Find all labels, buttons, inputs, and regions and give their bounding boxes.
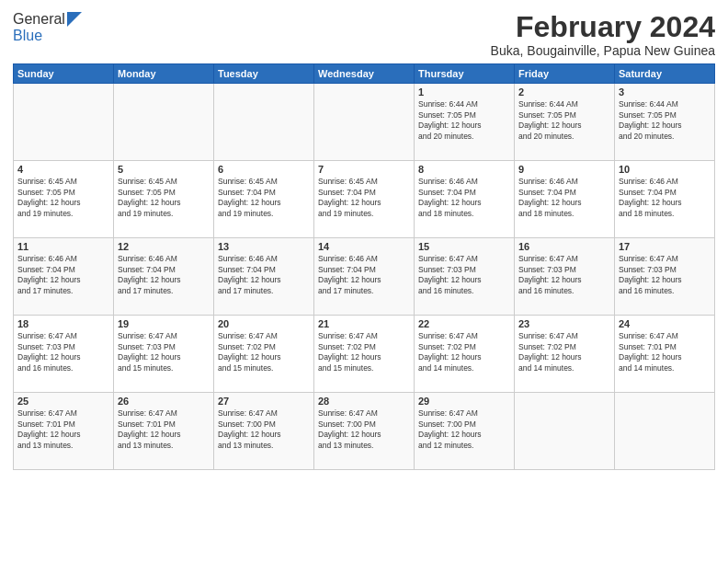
calendar-cell: 5Sunrise: 6:45 AM Sunset: 7:05 PM Daylig… <box>114 161 214 238</box>
cell-info: Sunrise: 6:47 AM Sunset: 7:03 PM Dayligh… <box>418 254 510 296</box>
calendar-cell: 6Sunrise: 6:45 AM Sunset: 7:04 PM Daylig… <box>214 161 314 238</box>
day-number: 24 <box>619 318 711 329</box>
calendar-cell: 19Sunrise: 6:47 AM Sunset: 7:03 PM Dayli… <box>114 316 214 393</box>
calendar-cell: 29Sunrise: 6:47 AM Sunset: 7:00 PM Dayli… <box>415 393 515 470</box>
day-number: 13 <box>218 241 310 252</box>
cell-info: Sunrise: 6:45 AM Sunset: 7:04 PM Dayligh… <box>318 177 410 219</box>
day-number: 20 <box>218 318 310 329</box>
calendar-cell: 13Sunrise: 6:46 AM Sunset: 7:04 PM Dayli… <box>214 238 314 316</box>
calendar-cell: 12Sunrise: 6:46 AM Sunset: 7:04 PM Dayli… <box>114 238 214 316</box>
day-number: 4 <box>17 164 109 175</box>
calendar-header: Sunday Monday Tuesday Wednesday Thursday… <box>14 64 715 84</box>
calendar-cell: 25Sunrise: 6:47 AM Sunset: 7:01 PM Dayli… <box>14 393 114 470</box>
calendar-body: 1Sunrise: 6:44 AM Sunset: 7:05 PM Daylig… <box>14 84 715 470</box>
header-thursday: Thursday <box>415 64 515 84</box>
day-number: 18 <box>17 318 109 329</box>
cell-info: Sunrise: 6:47 AM Sunset: 7:03 PM Dayligh… <box>118 331 210 373</box>
calendar-week-row: 11Sunrise: 6:46 AM Sunset: 7:04 PM Dayli… <box>14 238 715 316</box>
calendar-cell: 23Sunrise: 6:47 AM Sunset: 7:02 PM Dayli… <box>515 316 615 393</box>
day-number: 10 <box>619 164 711 175</box>
month-title: February 2024 <box>491 11 715 43</box>
calendar-table: Sunday Monday Tuesday Wednesday Thursday… <box>13 63 715 470</box>
calendar-cell: 15Sunrise: 6:47 AM Sunset: 7:03 PM Dayli… <box>415 238 515 316</box>
calendar-cell: 9Sunrise: 6:46 AM Sunset: 7:04 PM Daylig… <box>515 161 615 238</box>
cell-info: Sunrise: 6:47 AM Sunset: 7:00 PM Dayligh… <box>418 408 510 451</box>
day-number: 6 <box>218 164 310 175</box>
cell-info: Sunrise: 6:45 AM Sunset: 7:05 PM Dayligh… <box>17 177 109 219</box>
cell-info: Sunrise: 6:46 AM Sunset: 7:04 PM Dayligh… <box>118 254 210 296</box>
header-saturday: Saturday <box>615 64 715 84</box>
header: General Blue February 2024 Buka, Bougain… <box>13 11 715 58</box>
logo-general-text: General <box>13 11 65 28</box>
day-number: 25 <box>17 396 109 407</box>
day-number: 26 <box>118 396 210 407</box>
cell-info: Sunrise: 6:47 AM Sunset: 7:03 PM Dayligh… <box>518 254 610 296</box>
calendar-cell: 2Sunrise: 6:44 AM Sunset: 7:05 PM Daylig… <box>515 84 615 161</box>
calendar-week-row: 18Sunrise: 6:47 AM Sunset: 7:03 PM Dayli… <box>14 316 715 393</box>
page: General Blue February 2024 Buka, Bougain… <box>0 0 728 563</box>
calendar-cell <box>214 84 314 161</box>
calendar-cell: 22Sunrise: 6:47 AM Sunset: 7:02 PM Dayli… <box>415 316 515 393</box>
cell-info: Sunrise: 6:47 AM Sunset: 7:01 PM Dayligh… <box>118 408 210 451</box>
day-number: 2 <box>518 86 610 98</box>
header-wednesday: Wednesday <box>314 64 415 84</box>
cell-info: Sunrise: 6:44 AM Sunset: 7:05 PM Dayligh… <box>619 99 711 142</box>
calendar-cell: 10Sunrise: 6:46 AM Sunset: 7:04 PM Dayli… <box>615 161 715 238</box>
calendar-cell <box>114 84 214 161</box>
calendar-week-row: 4Sunrise: 6:45 AM Sunset: 7:05 PM Daylig… <box>14 161 715 238</box>
day-number: 7 <box>318 164 410 175</box>
cell-info: Sunrise: 6:46 AM Sunset: 7:04 PM Dayligh… <box>218 254 310 296</box>
cell-info: Sunrise: 6:47 AM Sunset: 7:03 PM Dayligh… <box>17 331 109 373</box>
day-number: 28 <box>318 396 410 407</box>
cell-info: Sunrise: 6:46 AM Sunset: 7:04 PM Dayligh… <box>418 177 510 219</box>
calendar-cell: 28Sunrise: 6:47 AM Sunset: 7:00 PM Dayli… <box>314 393 415 470</box>
cell-info: Sunrise: 6:44 AM Sunset: 7:05 PM Dayligh… <box>418 99 510 142</box>
calendar-week-row: 25Sunrise: 6:47 AM Sunset: 7:01 PM Dayli… <box>14 393 715 470</box>
cell-info: Sunrise: 6:47 AM Sunset: 7:01 PM Dayligh… <box>17 408 109 451</box>
day-number: 11 <box>17 241 109 252</box>
cell-info: Sunrise: 6:46 AM Sunset: 7:04 PM Dayligh… <box>318 254 410 296</box>
calendar-cell <box>615 393 715 470</box>
calendar-cell: 11Sunrise: 6:46 AM Sunset: 7:04 PM Dayli… <box>14 238 114 316</box>
cell-info: Sunrise: 6:47 AM Sunset: 7:02 PM Dayligh… <box>218 331 310 373</box>
calendar-cell: 8Sunrise: 6:46 AM Sunset: 7:04 PM Daylig… <box>415 161 515 238</box>
cell-info: Sunrise: 6:47 AM Sunset: 7:00 PM Dayligh… <box>218 408 310 451</box>
day-number: 1 <box>418 86 510 98</box>
calendar-cell: 4Sunrise: 6:45 AM Sunset: 7:05 PM Daylig… <box>14 161 114 238</box>
cell-info: Sunrise: 6:47 AM Sunset: 7:03 PM Dayligh… <box>619 254 711 296</box>
calendar-cell: 24Sunrise: 6:47 AM Sunset: 7:01 PM Dayli… <box>615 316 715 393</box>
day-number: 12 <box>118 241 210 252</box>
calendar-cell: 18Sunrise: 6:47 AM Sunset: 7:03 PM Dayli… <box>14 316 114 393</box>
location-title: Buka, Bougainville, Papua New Guinea <box>491 43 715 58</box>
header-friday: Friday <box>515 64 615 84</box>
svg-marker-0 <box>67 12 82 27</box>
cell-info: Sunrise: 6:44 AM Sunset: 7:05 PM Dayligh… <box>518 99 610 142</box>
calendar-cell: 14Sunrise: 6:46 AM Sunset: 7:04 PM Dayli… <box>314 238 415 316</box>
day-number: 19 <box>118 318 210 329</box>
cell-info: Sunrise: 6:46 AM Sunset: 7:04 PM Dayligh… <box>17 254 109 296</box>
cell-info: Sunrise: 6:47 AM Sunset: 7:01 PM Dayligh… <box>619 331 711 373</box>
calendar-cell <box>14 84 114 161</box>
calendar-cell: 21Sunrise: 6:47 AM Sunset: 7:02 PM Dayli… <box>314 316 415 393</box>
day-number: 27 <box>218 396 310 407</box>
day-number: 3 <box>619 86 711 98</box>
calendar-cell: 20Sunrise: 6:47 AM Sunset: 7:02 PM Dayli… <box>214 316 314 393</box>
logo: General Blue <box>13 11 82 44</box>
calendar-cell: 27Sunrise: 6:47 AM Sunset: 7:00 PM Dayli… <box>214 393 314 470</box>
calendar-cell: 26Sunrise: 6:47 AM Sunset: 7:01 PM Dayli… <box>114 393 214 470</box>
cell-info: Sunrise: 6:46 AM Sunset: 7:04 PM Dayligh… <box>619 177 711 219</box>
header-tuesday: Tuesday <box>214 64 314 84</box>
cell-info: Sunrise: 6:46 AM Sunset: 7:04 PM Dayligh… <box>518 177 610 219</box>
day-number: 14 <box>318 241 410 252</box>
day-number: 22 <box>418 318 510 329</box>
calendar-cell: 3Sunrise: 6:44 AM Sunset: 7:05 PM Daylig… <box>615 84 715 161</box>
logo-blue-text: Blue <box>13 28 42 43</box>
calendar-cell <box>515 393 615 470</box>
cell-info: Sunrise: 6:45 AM Sunset: 7:04 PM Dayligh… <box>218 177 310 219</box>
day-number: 15 <box>418 241 510 252</box>
calendar-cell: 7Sunrise: 6:45 AM Sunset: 7:04 PM Daylig… <box>314 161 415 238</box>
title-area: February 2024 Buka, Bougainville, Papua … <box>491 11 715 58</box>
cell-info: Sunrise: 6:47 AM Sunset: 7:02 PM Dayligh… <box>518 331 610 373</box>
calendar-week-row: 1Sunrise: 6:44 AM Sunset: 7:05 PM Daylig… <box>14 84 715 161</box>
cell-info: Sunrise: 6:47 AM Sunset: 7:00 PM Dayligh… <box>318 408 410 451</box>
